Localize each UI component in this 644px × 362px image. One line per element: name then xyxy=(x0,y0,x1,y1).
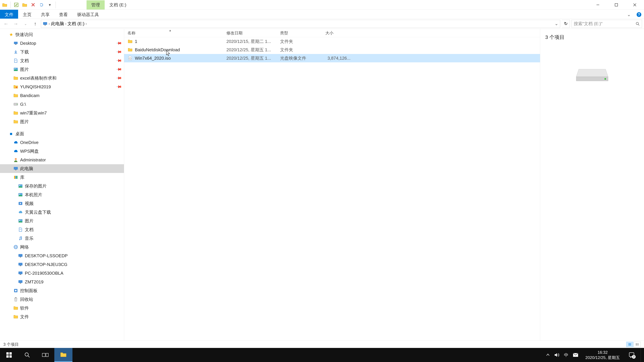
tree-item[interactable]: DESKTOP-NJEU3CG xyxy=(0,260,124,269)
address-dropdown-icon[interactable]: ⌄ xyxy=(554,21,558,26)
column-date[interactable]: 修改日期 xyxy=(223,30,277,36)
tree-control-panel[interactable]: 控制面板 xyxy=(0,286,124,295)
tree-item[interactable]: 天翼云盘下载 xyxy=(0,208,124,217)
tree-item[interactable]: 文档 xyxy=(0,225,124,234)
clock[interactable]: 16:32 2020/12/25, 星期五 xyxy=(583,350,622,360)
back-button[interactable]: ← xyxy=(2,20,10,28)
tree-item[interactable]: 图片📌 xyxy=(0,65,124,74)
tree-item[interactable]: Desktop📌 xyxy=(0,39,124,48)
view-icons-button[interactable] xyxy=(634,342,641,347)
column-name[interactable]: 名称 xyxy=(124,30,223,36)
ribbon-tab-view[interactable]: 查看 xyxy=(54,10,72,18)
chevron-right-icon[interactable]: › xyxy=(48,21,50,26)
chevron-right-icon[interactable]: › xyxy=(65,21,66,26)
start-button[interactable] xyxy=(0,348,18,362)
downloads-icon xyxy=(13,49,18,55)
tree-item[interactable]: PC-20190530OBLA xyxy=(0,269,124,278)
ime-indicator[interactable]: 中 xyxy=(564,352,568,358)
ribbon-tab-drive-tools[interactable]: 驱动器工具 xyxy=(72,10,104,18)
close-button[interactable] xyxy=(626,0,644,10)
svg-point-18 xyxy=(16,87,17,88)
tree-software[interactable]: 软件 xyxy=(0,304,124,312)
svg-rect-43 xyxy=(18,272,22,274)
tree-item[interactable]: win7重装win7 xyxy=(0,109,124,117)
sort-ascending-icon: ▴ xyxy=(170,29,171,32)
maximize-button[interactable] xyxy=(607,0,626,10)
ribbon-tab-home[interactable]: 主页 xyxy=(18,10,36,18)
new-folder-icon[interactable] xyxy=(21,1,28,8)
tree-item[interactable]: Bandicam xyxy=(0,91,124,100)
svg-line-66 xyxy=(28,356,30,357)
navigation-pane[interactable]: ★ 快速访问 Desktop📌下载📌文档📌图片📌excel表格制作求和📌YUNQ… xyxy=(0,29,124,341)
undo-icon[interactable] xyxy=(38,1,45,8)
contextual-tab-manage[interactable]: 管理 xyxy=(86,0,105,9)
tree-item[interactable]: ZMT2019 xyxy=(0,278,124,286)
tree-item[interactable]: excel表格制作求和📌 xyxy=(0,74,124,82)
explorer-taskbar-button[interactable] xyxy=(54,348,72,362)
window-controls xyxy=(589,0,644,10)
forward-button[interactable]: → xyxy=(12,20,20,28)
recent-dropdown-icon[interactable]: ⌄ xyxy=(22,20,30,28)
ribbon-tab-share[interactable]: 共享 xyxy=(36,10,54,18)
svg-rect-59 xyxy=(636,345,637,346)
delete-icon[interactable]: ✕ xyxy=(30,1,36,8)
view-details-button[interactable] xyxy=(626,342,633,347)
help-icon[interactable]: ? xyxy=(634,10,644,19)
ribbon-expand-icon[interactable]: ⌄ xyxy=(624,10,634,19)
tree-item[interactable]: 文档📌 xyxy=(0,56,124,65)
properties-icon[interactable] xyxy=(13,1,20,8)
ribbon: 文件 主页 共享 查看 驱动器工具 ⌄ ? xyxy=(0,10,644,19)
tree-item[interactable]: DESKTOP-LSSOEDP xyxy=(0,251,124,260)
mail-icon[interactable] xyxy=(573,353,578,357)
breadcrumb[interactable]: › 此电脑 › 文档 (E:) › ⌄ xyxy=(41,20,560,28)
crumb-this-pc[interactable]: 此电脑 xyxy=(51,21,64,27)
tree-item[interactable]: G:\ xyxy=(0,100,124,109)
tree-item[interactable]: 此电脑 xyxy=(0,164,124,173)
svg-rect-44 xyxy=(20,274,21,275)
status-bar: 3 个项目 xyxy=(0,341,644,348)
tree-item[interactable]: 本机照片 xyxy=(0,190,124,199)
task-view-button[interactable] xyxy=(36,348,54,362)
search-input[interactable]: 搜索"文档 (E:)" xyxy=(572,20,642,28)
body: ★ 快速访问 Desktop📌下载📌文档📌图片📌excel表格制作求和📌YUNQ… xyxy=(0,29,644,341)
column-size[interactable]: 大小 xyxy=(322,30,354,36)
svg-point-20 xyxy=(17,104,18,105)
tray-overflow-icon[interactable] xyxy=(546,353,550,357)
tree-network[interactable]: 网络 xyxy=(0,243,124,251)
tree-item[interactable]: 下载📌 xyxy=(0,48,124,56)
svg-rect-7 xyxy=(43,22,47,25)
tree-quick-access[interactable]: ★ 快速访问 xyxy=(0,30,124,39)
tree-item[interactable]: 图片 xyxy=(0,217,124,225)
desktop-icon: ■ xyxy=(8,131,14,136)
tree-item[interactable]: 音乐 xyxy=(0,234,124,243)
refresh-button[interactable]: ↻ xyxy=(562,20,570,28)
chevron-right-icon[interactable]: › xyxy=(85,21,87,26)
file-row[interactable]: BaiduNetdiskDownload2020/12/25, 星期五 1...… xyxy=(124,45,540,54)
tree-documents[interactable]: 文件 xyxy=(0,312,124,321)
tree-item[interactable]: 视频 xyxy=(0,199,124,208)
up-button[interactable]: ↑ xyxy=(31,20,39,28)
ribbon-tab-file[interactable]: 文件 xyxy=(0,10,18,18)
show-desktop-button[interactable] xyxy=(641,348,643,362)
search-button[interactable] xyxy=(18,348,36,362)
tree-item[interactable]: 库 xyxy=(0,173,124,182)
search-icon[interactable] xyxy=(636,22,640,26)
tree-item[interactable]: YUNQISHI2019📌 xyxy=(0,82,124,91)
file-row[interactable]: 12020/12/15, 星期二 1...文件夹 xyxy=(124,37,540,45)
tree-item[interactable]: OneDrive xyxy=(0,138,124,147)
notification-center-button[interactable]: 3 xyxy=(627,350,636,360)
qat-dropdown-icon[interactable]: ▾ xyxy=(46,1,53,8)
minimize-button[interactable] xyxy=(589,0,607,10)
svg-rect-8 xyxy=(44,25,46,25)
tree-recycle-bin[interactable]: 回收站 xyxy=(0,295,124,304)
column-type[interactable]: 类型 xyxy=(277,30,322,36)
volume-icon[interactable] xyxy=(554,353,560,357)
tree-item[interactable]: WPS网盘 xyxy=(0,147,124,156)
tree-desktop[interactable]: ■ 桌面 xyxy=(0,129,124,138)
tree-item[interactable]: Administrator xyxy=(0,156,124,164)
tree-item[interactable]: 图片 xyxy=(0,117,124,126)
file-row[interactable]: Win7x64_2020.iso2020/12/25, 星期五 1...光盘映像… xyxy=(124,54,540,62)
crumb-current[interactable]: 文档 (E:) xyxy=(68,21,84,27)
file-rows[interactable]: 12020/12/15, 星期二 1...文件夹BaiduNetdiskDown… xyxy=(124,37,540,341)
tree-item[interactable]: 保存的图片 xyxy=(0,182,124,190)
